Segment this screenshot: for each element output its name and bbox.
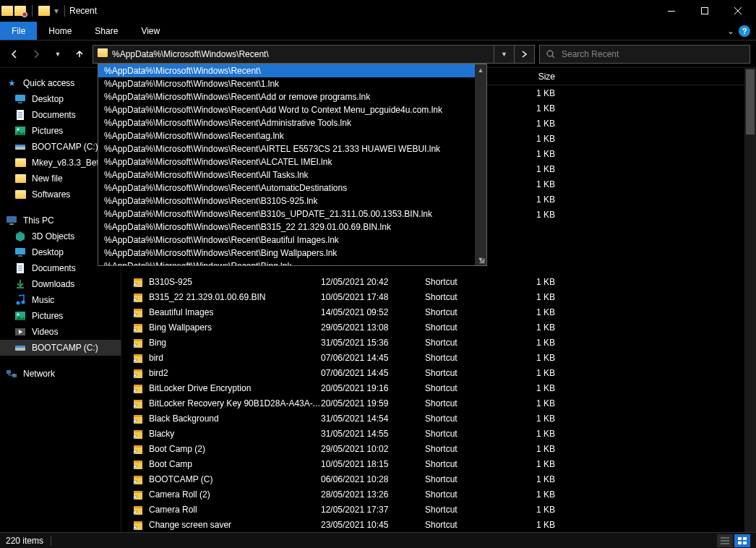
address-autocomplete[interactable]: %AppData%\Microsoft\Windows\Recent\%AppD… [98,64,487,266]
maximize-button[interactable] [688,0,721,22]
shortcut-icon [133,443,145,455]
forward-button[interactable] [27,46,45,63]
file-row[interactable]: Beautiful Images14/05/2021 09:52Shortcut… [121,304,756,320]
autocomplete-item[interactable]: %AppData%\Microsoft\Windows\Recent\Autom… [98,181,486,194]
svg-rect-61 [738,537,742,540]
svg-rect-50 [134,461,142,463]
scroll-thumb[interactable] [746,69,755,134]
shortcut-icon [133,474,145,485]
svg-rect-52 [134,476,142,478]
autocomplete-item[interactable]: %AppData%\Microsoft\Windows\Recent\Admin… [98,116,486,129]
autocomplete-item[interactable]: %AppData%\Microsoft\Windows\Recent\ag.ln… [98,129,486,142]
svg-point-17 [22,301,25,304]
file-row[interactable]: Boot Camp10/05/2021 18:15Shortcut1 KB [121,456,756,471]
shortcut-icon [133,398,145,409]
item-count: 220 items [6,536,43,546]
autocomplete-item[interactable]: %AppData%\Microsoft\Windows\Recent\B315_… [98,221,486,234]
scroll-up-icon[interactable]: ▲ [475,64,486,76]
sidebar-item[interactable]: Downloads [0,276,121,292]
network[interactable]: Network [0,366,121,382]
sidebar-item[interactable]: BOOTCAMP (C:) [0,340,121,356]
svg-rect-9 [15,145,25,147]
details-view-button[interactable] [717,534,733,547]
back-button[interactable] [6,46,23,63]
resize-grip-icon[interactable]: ◢ [479,256,485,264]
autocomplete-item[interactable]: %AppData%\Microsoft\Windows\Recent\B310S… [98,194,486,207]
autocomplete-item[interactable]: %AppData%\Microsoft\Windows\Recent\1.lnk [98,77,486,90]
autocomplete-item[interactable]: %AppData%\Microsoft\Windows\Recent\All T… [98,168,486,181]
go-button[interactable] [514,46,534,63]
shortcut-icon [133,322,145,333]
scrollbar[interactable] [744,68,756,532]
doc-icon [14,262,26,274]
dropdown-scrollbar[interactable]: ▲ ▼ [475,64,486,265]
file-row[interactable]: Blacky31/05/2021 14:55Shortcut1 KB [121,426,756,441]
sidebar-item[interactable]: Music [0,292,121,308]
up-button[interactable] [71,46,88,63]
file-row[interactable]: Camera Roll12/05/2021 17:37Shortcut1 KB [121,502,756,517]
file-row[interactable]: B310S-92512/05/2021 20:42Shortcut1 KB [121,274,756,289]
address-dropdown-button[interactable]: ▼ [494,46,514,63]
ribbon-tab-home[interactable]: Home [37,22,83,40]
address-input[interactable] [112,46,494,63]
search-input[interactable] [562,49,744,59]
sidebar-item[interactable]: Videos [0,324,121,340]
autocomplete-item[interactable]: %AppData%\Microsoft\Windows\Recent\Beaut… [98,234,486,247]
folder-icon [14,157,26,168]
file-row[interactable]: Bing31/05/2021 15:36Shortcut1 KB [121,335,756,350]
file-row[interactable]: Black Background31/05/2021 14:54Shortcut… [121,411,756,426]
svg-rect-22 [15,346,25,348]
address-bar[interactable]: ▼ [93,45,535,64]
file-row[interactable]: BOOTCAMP (C)06/06/2021 10:28Shortcut1 KB [121,471,756,487]
drive-icon [14,141,26,153]
svg-rect-42 [134,400,142,402]
svg-rect-54 [134,491,142,493]
separator [64,5,65,17]
help-icon[interactable]: ? [739,25,750,37]
shortcut-icon [133,291,145,303]
svg-rect-30 [134,309,142,311]
recent-locations-button[interactable]: ▼ [49,46,66,63]
qat-overflow[interactable]: ▾ [54,6,59,16]
ribbon-collapse-icon[interactable]: ⌄ [727,26,734,36]
autocomplete-item[interactable]: %AppData%\Microsoft\Windows\Recent\Add W… [98,103,486,116]
music-icon [14,294,26,306]
file-row[interactable]: Change screen saver23/05/2021 10:45Short… [121,517,756,532]
svg-rect-58 [134,521,142,523]
titlebar: ▾ Recent [0,0,756,22]
autocomplete-item[interactable]: %AppData%\Microsoft\Windows\Recent\AIRTE… [98,142,486,155]
file-row[interactable]: B315_22 21.329.01.00.69.BIN10/05/2021 17… [121,289,756,304]
autocomplete-item[interactable]: %AppData%\Microsoft\Windows\Recent\ [98,64,486,77]
search-box[interactable] [539,45,750,64]
autocomplete-item[interactable]: %AppData%\Microsoft\Windows\Recent\Bing.… [98,260,486,265]
autocomplete-item[interactable]: %AppData%\Microsoft\Windows\Recent\B310s… [98,207,486,221]
ribbon-tab-share[interactable]: Share [83,22,129,40]
svg-rect-64 [743,541,747,544]
autocomplete-item[interactable]: %AppData%\Microsoft\Windows\Recent\Add o… [98,90,486,103]
autocomplete-item[interactable]: %AppData%\Microsoft\Windows\Recent\ALCAT… [98,155,486,168]
network-icon [6,368,17,380]
file-row[interactable]: BitLocker Recovery Key 90B1D28A-A43A-...… [121,395,756,411]
thumbnails-view-button[interactable] [734,534,750,547]
ribbon-tab-view[interactable]: View [129,22,171,40]
folder-icon [14,173,26,184]
pic-icon [14,125,26,137]
svg-rect-11 [9,223,14,225]
file-row[interactable]: bird07/06/2021 14:45Shortcut1 KB [121,350,756,365]
file-row[interactable]: Bing Wallpapers29/05/2021 13:08Shortcut1… [121,320,756,335]
shortcut-icon [133,428,145,440]
shortcut-icon [133,458,145,470]
svg-rect-4 [18,102,22,103]
file-row[interactable]: BitLocker Drive Encryption20/05/2021 19:… [121,380,756,395]
sidebar-item[interactable]: Pictures [0,308,121,324]
ribbon-file-tab[interactable]: File [0,22,37,40]
autocomplete-item[interactable]: %AppData%\Microsoft\Windows\Recent\Bing … [98,247,486,260]
close-button[interactable] [721,0,755,22]
file-row[interactable]: Camera Roll (2)28/05/2021 13:26Shortcut1… [121,487,756,502]
minimize-button[interactable] [655,0,688,22]
ribbon: File Home Share View ⌄ ? [0,22,756,40]
file-row[interactable]: bird207/06/2021 14:45Shortcut1 KB [121,365,756,380]
file-row[interactable]: Boot Camp (2)29/05/2021 10:02Shortcut1 K… [121,441,756,456]
svg-rect-28 [134,294,142,296]
col-size-header[interactable]: Size [509,72,574,82]
